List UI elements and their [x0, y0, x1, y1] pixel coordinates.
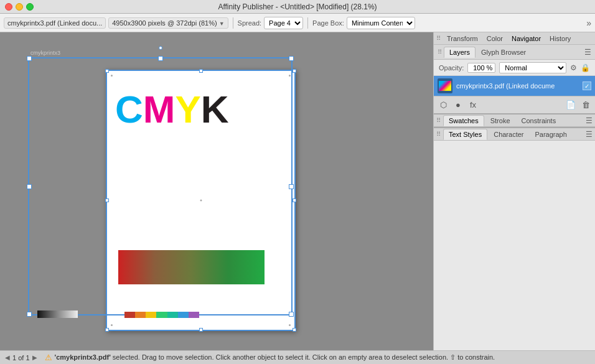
- opacity-row: Opacity: 100 % Normal ⚙ 🔒: [434, 60, 595, 76]
- swatch-orange: [135, 312, 146, 318]
- layers-tabs-row: ⠿ Layers Glyph Browser ☰: [434, 45, 595, 60]
- linked-handle-tm[interactable]: [158, 56, 163, 61]
- tab-history[interactable]: History: [546, 34, 574, 43]
- dimensions-info: 4950x3900 pixels @ 372dpi (81%) ▼: [108, 17, 228, 29]
- spread-select[interactable]: Page 4: [264, 17, 303, 29]
- swatches-gear-icon[interactable]: ☰: [586, 116, 593, 125]
- second-drag-handle[interactable]: ⠿: [436, 117, 441, 124]
- pagebox-select[interactable]: Minimum Content: [347, 17, 415, 29]
- gray-strip: [37, 310, 78, 318]
- third-tabs-row: ⠿ Text Styles Character Paragraph ☰: [434, 128, 595, 141]
- status-filename: 'cmykprintx3.pdf': [55, 353, 111, 361]
- close-button[interactable]: [5, 3, 12, 11]
- maximize-button[interactable]: [26, 3, 34, 11]
- page-dot-4: [289, 324, 291, 326]
- mode-select[interactable]: Normal: [499, 62, 566, 73]
- window-title: Affinity Publisher - <Untitled> [Modifie…: [218, 2, 377, 11]
- tab-glyph-browser[interactable]: Glyph Browser: [476, 47, 531, 57]
- warning-icon: ⚠: [45, 353, 52, 362]
- spread-label: Spread:: [238, 19, 262, 27]
- minimize-button[interactable]: [16, 3, 23, 11]
- page-controls: ◀ 1 of 1 ▶: [5, 354, 37, 362]
- separator2: [307, 17, 308, 29]
- tab-paragraph[interactable]: Paragraph: [530, 129, 571, 139]
- swatch-red: [124, 312, 135, 318]
- tab-stroke[interactable]: Stroke: [485, 116, 515, 126]
- toolbar: cmykprintx3.pdf (Linked docu... 4950x390…: [0, 14, 595, 32]
- prev-page-button[interactable]: ◀: [5, 354, 10, 361]
- linked-handle-bl[interactable]: [27, 312, 32, 317]
- panel-drag-handle[interactable]: ⠿: [436, 35, 441, 42]
- canvas-area[interactable]: C M Y K: [0, 32, 433, 350]
- layers-bottom-delete[interactable]: 🗑: [580, 100, 591, 111]
- swatch-purple: [189, 312, 199, 318]
- linked-handle-tl[interactable]: [27, 56, 32, 61]
- status-message: 'cmykprintx3.pdf' selected. Drag to move…: [55, 353, 590, 362]
- layers-gear-icon[interactable]: ☰: [584, 48, 591, 57]
- layers-bottom-icon4[interactable]: 📄: [565, 100, 576, 111]
- layers-bottom-icon1[interactable]: ⬡: [438, 100, 449, 111]
- status-bar: ◀ 1 of 1 ▶ ⚠ 'cmykprintx3.pdf' selected.…: [0, 350, 595, 364]
- layer-item[interactable]: cmykprintx3.pdf (Linked docume ✓: [434, 76, 595, 96]
- file-info[interactable]: cmykprintx3.pdf (Linked docu...: [4, 17, 106, 29]
- main-layout: C M Y K: [0, 32, 595, 350]
- linked-doc-label: cmykprintx3: [30, 50, 60, 56]
- opacity-input[interactable]: 100 %: [467, 63, 495, 73]
- more-button[interactable]: »: [586, 18, 591, 28]
- swatch-green: [156, 312, 167, 318]
- layer-thumb-content: [439, 81, 451, 91]
- rotation-handle[interactable]: [159, 46, 162, 50]
- status-constrain: ⇧ to constrain.: [450, 353, 495, 361]
- next-page-button[interactable]: ▶: [32, 354, 37, 361]
- tab-color[interactable]: Color: [483, 34, 507, 43]
- swatch-blue: [178, 312, 189, 318]
- tab-constraints[interactable]: Constraints: [517, 116, 561, 126]
- swatch-teal: [167, 312, 178, 318]
- linked-handle-mr[interactable]: [289, 184, 294, 189]
- second-tabs-row: ⠿ Swatches Stroke Constraints ☰: [434, 114, 595, 127]
- title-bar: Affinity Publisher - <Untitled> [Modifie…: [0, 0, 595, 14]
- tab-character[interactable]: Character: [489, 129, 528, 139]
- layer-visibility-checkbox[interactable]: ✓: [583, 82, 591, 90]
- tab-layers[interactable]: Layers: [444, 47, 476, 58]
- text-styles-gear-icon[interactable]: ☰: [586, 130, 593, 139]
- right-panel: ⠿ Transform Color Navigator History ⠿ La…: [433, 32, 595, 350]
- tab-transform[interactable]: Transform: [443, 34, 482, 43]
- opacity-label: Opacity:: [439, 64, 464, 72]
- lock-icon[interactable]: 🔒: [581, 63, 590, 72]
- linked-handle-tr[interactable]: [289, 56, 294, 61]
- mode-gear-icon[interactable]: ⚙: [570, 63, 577, 72]
- layers-bottom-icon2[interactable]: ●: [452, 100, 464, 111]
- page-indicator: 1 of 1: [12, 354, 30, 362]
- page-dot-3: [111, 324, 113, 326]
- top-tabs-row: ⠿ Transform Color Navigator History: [434, 32, 595, 45]
- traffic-lights: [5, 3, 34, 11]
- third-drag-handle[interactable]: ⠿: [436, 131, 441, 138]
- tab-swatches[interactable]: Swatches: [443, 115, 484, 126]
- linked-handle-ml[interactable]: [27, 184, 32, 189]
- swatch-yellow: [146, 312, 156, 318]
- status-message-text: selected. Drag to move selection. Click …: [113, 353, 448, 361]
- linked-doc-selection: cmykprintx3: [28, 57, 293, 315]
- separator1: [233, 17, 233, 29]
- dimensions-chevron: ▼: [219, 21, 225, 27]
- layer-name: cmykprintx3.pdf (Linked docume: [456, 82, 579, 90]
- third-panel-group: ⠿ Text Styles Character Paragraph ☰: [434, 127, 595, 141]
- tab-navigator[interactable]: Navigator: [508, 34, 545, 43]
- layers-drag-handle[interactable]: ⠿: [438, 49, 442, 55]
- color-swatches-strip: [124, 312, 199, 318]
- linked-handle-br[interactable]: [289, 312, 294, 317]
- layers-bottom-icon3[interactable]: fx: [467, 100, 479, 111]
- check-icon: ✓: [584, 83, 589, 90]
- second-panel-group: ⠿ Swatches Stroke Constraints ☰: [434, 113, 595, 127]
- page-container: C M Y K: [106, 70, 296, 331]
- layers-panel-bottom: ⬡ ● fx 📄 🗑: [434, 96, 595, 113]
- tab-text-styles[interactable]: Text Styles: [443, 129, 487, 140]
- layer-thumbnail: [438, 78, 452, 93]
- pagebox-label: Page Box:: [312, 19, 344, 27]
